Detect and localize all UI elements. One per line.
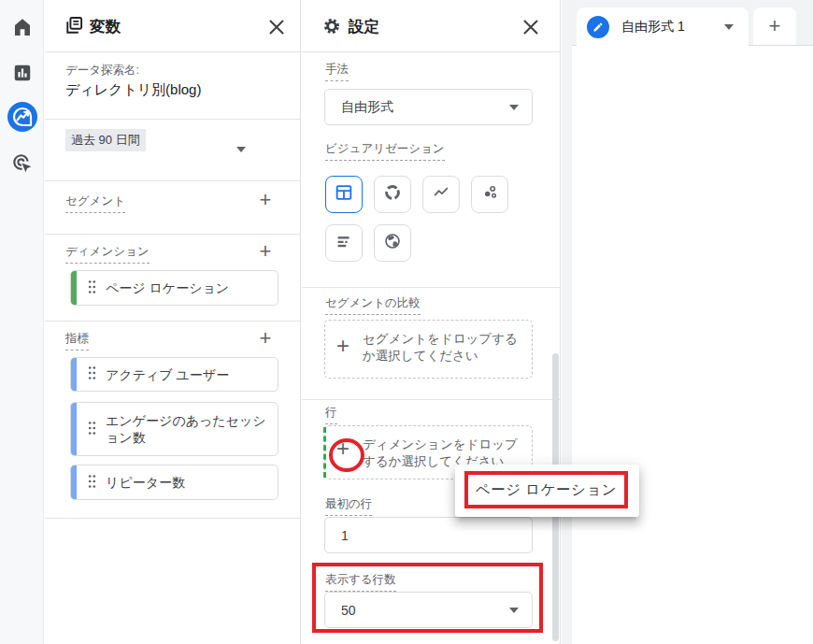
technique-value: 自由形式 (341, 99, 393, 116)
drag-handle-icon[interactable] (88, 474, 96, 492)
close-icon[interactable] (267, 18, 286, 36)
home-icon (11, 16, 34, 42)
nav-explore-button[interactable] (0, 100, 44, 137)
report-canvas: 自由形式 1 + (572, 0, 813, 644)
exploration-name-label: データ探索名: (65, 63, 139, 79)
nav-reports-button[interactable] (0, 56, 44, 93)
close-icon[interactable] (521, 18, 540, 36)
scatter-chart-icon (479, 182, 500, 207)
viz-line-button[interactable] (422, 176, 460, 213)
gear-icon (321, 16, 342, 40)
divider (45, 321, 300, 322)
geo-map-icon (382, 231, 403, 255)
dimension-color-bar (71, 271, 77, 305)
drag-handle-icon[interactable] (88, 421, 96, 438)
bar-chart-icon (334, 231, 354, 255)
divider (302, 287, 560, 288)
dimensions-label: ディメンション (65, 244, 150, 264)
nav-advertising-button[interactable] (0, 147, 44, 184)
segment-dropzone-text: セグメントをドロップするか選択してください (325, 321, 532, 374)
technique-select[interactable]: 自由形式 (324, 89, 533, 125)
date-range-selector[interactable]: 過去 90 日間 (65, 129, 146, 151)
add-segment-button[interactable]: + (255, 191, 276, 211)
divider (45, 518, 300, 519)
metric-color-bar (71, 358, 77, 391)
show-rows-label: 表示する行数 (325, 572, 396, 592)
donut-chart-icon (382, 182, 403, 207)
drag-handle-icon[interactable] (88, 365, 96, 383)
edit-pencil-icon (587, 16, 609, 38)
metric-chip-label: リピーター数 (106, 468, 193, 496)
date-range-value[interactable]: 過去 90 日間 (65, 129, 146, 151)
metric-chip[interactable]: アクティブ ユーザー (70, 357, 278, 392)
segment-dropzone[interactable]: + セグメントをドロップするか選択してください (324, 320, 533, 379)
viz-donut-button[interactable] (374, 176, 411, 213)
show-rows-value: 50 (341, 603, 356, 618)
reports-icon (12, 63, 33, 87)
viz-table-button[interactable] (325, 176, 363, 213)
first-row-value: 1 (341, 528, 349, 543)
nav-home-button[interactable] (0, 10, 44, 48)
chevron-down-icon[interactable] (236, 147, 246, 152)
metric-color-bar (71, 403, 77, 455)
variables-icon (63, 15, 84, 40)
metric-chip[interactable]: リピーター数 (70, 465, 278, 500)
segment-comparison-label: セグメントの比較 (325, 295, 421, 315)
metrics-label: 指標 (65, 331, 89, 351)
tab-label: 自由形式 1 (621, 19, 685, 36)
tab-freeform-1[interactable]: 自由形式 1 (577, 7, 749, 47)
divider (302, 399, 560, 400)
divider (45, 119, 300, 120)
plus-icon: + (336, 337, 349, 354)
variables-title: 変数 (90, 17, 121, 37)
show-rows-select[interactable]: 50 (324, 592, 533, 628)
settings-header: 設定 (302, 0, 560, 52)
chevron-down-icon (509, 608, 519, 613)
chevron-down-icon (509, 105, 519, 110)
table-icon (334, 182, 354, 207)
divider (45, 180, 300, 181)
dragged-dimension-card[interactable]: ページ ロケーション (455, 465, 639, 517)
drop-highlight (323, 427, 326, 478)
divider (45, 234, 300, 235)
annotation-circle (329, 438, 364, 472)
metric-chip[interactable]: エンゲージのあったセッション数 (70, 402, 278, 456)
metric-chip-label: エンゲージのあったセッション数 (106, 407, 278, 451)
panel-gap (562, 0, 572, 644)
line-chart-icon (431, 182, 451, 207)
dimension-chip-label: ページ ロケーション (106, 274, 236, 302)
viz-scatter-button[interactable] (471, 176, 508, 213)
viz-bar-button[interactable] (325, 224, 363, 262)
add-dimension-button[interactable]: + (255, 242, 276, 263)
viz-geo-map-button[interactable] (374, 224, 411, 262)
chevron-down-icon[interactable] (724, 24, 734, 30)
variables-panel: 変数 データ探索名: ディレクトリ別(blog) 過去 90 日間 セグメント … (45, 0, 301, 644)
technique-label: 手法 (325, 62, 349, 81)
metric-chip-label: アクティブ ユーザー (106, 361, 236, 389)
annotation-rectangle: ページ ロケーション (464, 471, 628, 508)
explore-icon (7, 102, 37, 136)
first-row-input[interactable]: 1 (324, 517, 533, 553)
metric-color-bar (71, 465, 77, 499)
first-row-label: 最初の行 (325, 496, 372, 516)
add-tab-button[interactable]: + (753, 7, 796, 45)
rows-label: 行 (325, 405, 337, 424)
variables-header: 変数 (45, 0, 300, 52)
tab-settings-panel: 設定 手法 自由形式 ビジュアリゼーション (302, 0, 561, 644)
dragged-dimension-label: ページ ロケーション (476, 480, 617, 500)
drag-handle-icon[interactable] (88, 279, 96, 297)
exploration-name-value[interactable]: ディレクトリ別(blog) (65, 81, 201, 99)
advertising-icon (11, 152, 34, 179)
dimension-chip[interactable]: ページ ロケーション (70, 270, 278, 306)
settings-title: 設定 (349, 17, 380, 37)
nav-rail (0, 0, 44, 644)
segments-label: セグメント (65, 193, 125, 213)
visualization-label: ビジュアリゼーション (325, 141, 445, 161)
add-metric-button[interactable]: + (255, 329, 276, 350)
